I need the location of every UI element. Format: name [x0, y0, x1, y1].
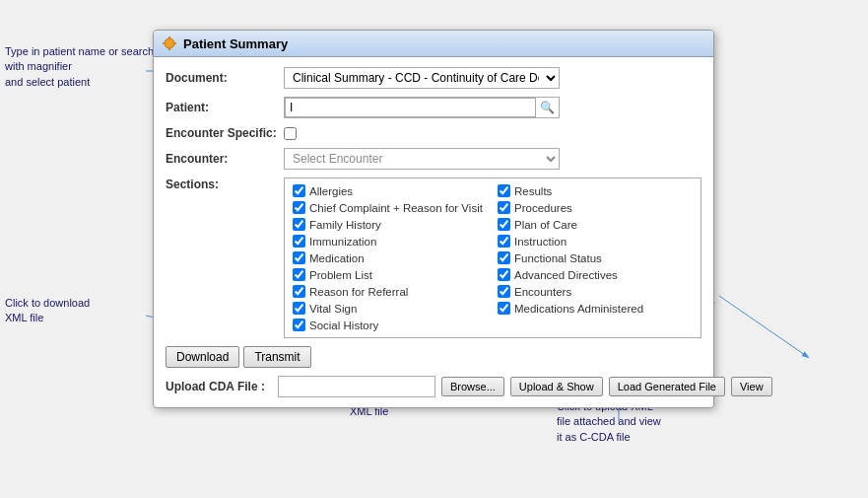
document-select[interactable]: Clinical Summary - CCD - Continuity of C… — [284, 67, 560, 89]
section-checkbox-social-history[interactable] — [293, 319, 305, 331]
sections-box: Allergies Chief Complaint + Reason for V… — [284, 178, 701, 338]
section-checkbox-chief-complaint[interactable] — [293, 201, 305, 214]
document-row: Document: Clinical Summary - CCD - Conti… — [166, 67, 701, 89]
section-checkbox-encounters[interactable] — [498, 285, 510, 298]
section-item-immunization: Immunization — [293, 235, 488, 248]
section-item-family-history: Family History — [293, 218, 488, 231]
sections-control: Allergies Chief Complaint + Reason for V… — [284, 178, 701, 338]
sections-label: Sections: — [166, 178, 284, 191]
dialog-body: Document: Clinical Summary - CCD - Conti… — [154, 57, 713, 407]
download-button[interactable]: Download — [166, 346, 239, 368]
section-label-procedures: Procedures — [514, 202, 572, 214]
section-item-medication: Medication — [293, 251, 488, 264]
section-checkbox-instruction[interactable] — [498, 235, 510, 248]
section-label-encounters: Encounters — [514, 286, 571, 298]
section-item-allergies: Allergies — [293, 184, 488, 197]
section-checkbox-allergies[interactable] — [293, 184, 305, 197]
section-label-instruction: Instruction — [514, 236, 567, 248]
view-button[interactable]: View — [731, 377, 772, 396]
section-checkbox-advanced-directives[interactable] — [498, 268, 510, 281]
dialog-title: Patient Summary — [183, 36, 288, 51]
section-label-plan-of-care: Plan of Care — [514, 219, 577, 231]
section-checkbox-results[interactable] — [498, 184, 510, 197]
patient-control: 🔍 — [284, 97, 701, 118]
section-label-results: Results — [514, 185, 552, 197]
upload-label: Upload CDA File : — [166, 380, 272, 393]
action-buttons: Download Transmit — [166, 346, 701, 368]
document-control: Clinical Summary - CCD - Continuity of C… — [284, 67, 701, 89]
dialog-icon — [162, 36, 177, 51]
section-item-plan-of-care: Plan of Care — [498, 218, 693, 231]
section-label-reason-for-referral: Reason for Referral — [309, 286, 408, 298]
section-checkbox-medications-administered[interactable] — [498, 302, 510, 315]
section-item-medications-administered: Medications Administered — [498, 302, 693, 315]
patient-label: Patient: — [166, 101, 284, 114]
section-checkbox-problem-list[interactable] — [293, 268, 305, 281]
section-checkbox-procedures[interactable] — [498, 201, 510, 214]
section-checkbox-medication[interactable] — [293, 251, 305, 264]
dialog-header: Patient Summary — [154, 31, 713, 57]
section-item-functional-status: Functional Status — [498, 251, 693, 264]
encounter-specific-label: Encounter Specific: — [166, 126, 284, 140]
annotation-type-patient: Type in patient name or searchwith magni… — [5, 44, 154, 90]
section-item-advanced-directives: Advanced Directives — [498, 268, 693, 281]
encounter-specific-checkbox[interactable] — [284, 127, 297, 140]
section-checkbox-plan-of-care[interactable] — [498, 218, 510, 231]
section-item-problem-list: Problem List — [293, 268, 488, 281]
patient-row: Patient: 🔍 — [166, 97, 701, 118]
section-label-problem-list: Problem List — [309, 269, 372, 281]
section-label-medications-administered: Medications Administered — [514, 303, 643, 315]
section-label-medication: Medication — [309, 252, 365, 264]
section-label-advanced-directives: Advanced Directives — [514, 269, 618, 281]
patient-search-button[interactable]: 🔍 — [536, 100, 559, 115]
sections-row: Sections: Allergies Chief Complaint + Re… — [166, 178, 701, 338]
svg-point-7 — [165, 38, 174, 48]
section-item-reason-for-referral: Reason for Referral — [293, 285, 488, 298]
transmit-button[interactable]: Transmit — [243, 346, 310, 368]
svg-line-4 — [719, 296, 808, 357]
browse-button[interactable]: Browse... — [441, 377, 504, 396]
patient-input-wrap: 🔍 — [284, 97, 560, 118]
section-checkbox-functional-status[interactable] — [498, 251, 510, 264]
encounter-specific-control — [284, 127, 297, 140]
section-checkbox-vital-sign[interactable] — [293, 302, 305, 315]
sections-col-left: Allergies Chief Complaint + Reason for V… — [293, 184, 488, 331]
encounter-control: Select Encounter — [284, 148, 701, 170]
section-item-instruction: Instruction — [498, 235, 693, 248]
section-label-immunization: Immunization — [309, 236, 376, 248]
section-label-family-history: Family History — [309, 219, 381, 231]
annotation-click-download: Click to downloadXML file — [5, 296, 90, 326]
section-label-chief-complaint: Chief Complaint + Reason for Visit — [309, 202, 483, 214]
upload-file-input[interactable] — [278, 376, 435, 397]
load-generated-button[interactable]: Load Generated File — [609, 377, 725, 396]
encounter-select[interactable]: Select Encounter — [284, 148, 560, 170]
encounter-label: Encounter: — [166, 152, 284, 166]
section-label-functional-status: Functional Status — [514, 252, 602, 264]
section-label-allergies: Allergies — [309, 185, 353, 197]
section-item-results: Results — [498, 184, 693, 197]
section-label-vital-sign: Vital Sign — [309, 303, 357, 315]
encounter-specific-row: Encounter Specific: — [166, 126, 701, 140]
section-checkbox-immunization[interactable] — [293, 235, 305, 248]
section-item-procedures: Procedures — [498, 201, 693, 214]
section-item-vital-sign: Vital Sign — [293, 302, 488, 315]
encounter-row: Encounter: Select Encounter — [166, 148, 701, 170]
section-item-chief-complaint: Chief Complaint + Reason for Visit — [293, 201, 488, 214]
section-item-social-history: Social History — [293, 319, 488, 331]
section-label-social-history: Social History — [309, 320, 378, 331]
patient-input[interactable] — [285, 98, 536, 117]
section-item-encounters: Encounters — [498, 285, 693, 298]
document-label: Document: — [166, 71, 284, 85]
patient-summary-dialog: Patient Summary Document: Clinical Summa… — [153, 30, 714, 408]
upload-show-button[interactable]: Upload & Show — [510, 377, 603, 396]
upload-row: Upload CDA File : Browse... Upload & Sho… — [166, 376, 701, 397]
sections-col-right: Results Procedures Plan of Care Ins — [498, 184, 693, 331]
section-checkbox-reason-for-referral[interactable] — [293, 285, 305, 298]
section-checkbox-family-history[interactable] — [293, 218, 305, 231]
